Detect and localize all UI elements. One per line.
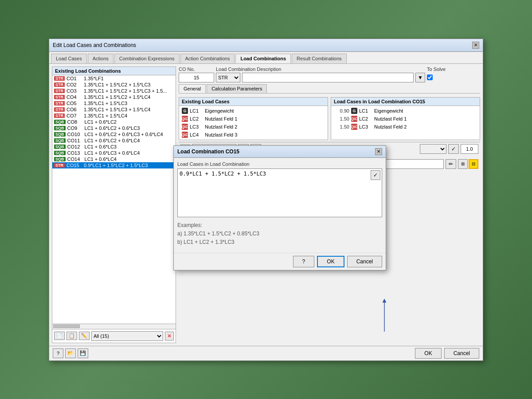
existing-lc-list[interactable]: G LC1 Eigengewicht QiC LC2 Nutzlast Feld… — [179, 106, 328, 140]
to-solve-checkbox-area — [427, 73, 480, 82]
combo-lc-row[interactable]: 1.50 QiC LC2 Nutzlast Feld 1 — [332, 115, 479, 123]
list-item[interactable]: STR CO7 1.35*LC1 + 1.5*LC4 — [52, 113, 176, 119]
save-tool-btn[interactable]: 💾 — [78, 348, 88, 358]
row-id: CO1 — [66, 76, 82, 81]
list-item[interactable]: SQB CO12 LC1 + 0.6*LC3 — [52, 144, 176, 150]
combo-lc-row[interactable]: 0.90 G LC1 Eigengewicht — [332, 107, 479, 115]
tab-load-combinations[interactable]: Load Combinations — [235, 54, 291, 63]
co-no-input[interactable] — [179, 73, 214, 82]
overlay-textarea-container: 0.9*LC1 + 1.5*LC2 + 1.5*LC3 ✓ — [177, 168, 382, 219]
combo-check-btn[interactable]: ✓ — [448, 144, 459, 154]
existing-lc-panel: Existing Load Cases G LC1 Eigengewicht Q… — [179, 97, 328, 140]
left-panel-list[interactable]: STR CO1 1.35*LF1 STR CO2 1.35*LC1 + 1.5*… — [52, 75, 176, 324]
list-item[interactable]: STR CO2 1.35*LC1 + 1.5*LC2 + 1.5*LC3 — [52, 82, 176, 88]
rename-button[interactable]: ✏️ — [79, 332, 90, 340]
tag-badge: STR — [54, 163, 65, 168]
combo-lc-row[interactable]: 1.50 QiC LC3 Nutzlast Feld 2 — [332, 123, 479, 131]
tab-combination-expressions[interactable]: Combination Expressions — [114, 54, 180, 63]
lc-in-combo-list[interactable]: 0.90 G LC1 Eigengewicht 1.50 QiC LC2 Nut… — [331, 106, 480, 132]
left-panel-footer: 📄 📋 ✏️ All (15)ActiveInactive ✕ — [52, 329, 176, 343]
new-button[interactable]: 📄 — [54, 332, 65, 340]
filter-select[interactable]: All (15)ActiveInactive — [91, 331, 163, 341]
existing-lc-row[interactable]: G LC1 Eigengewicht — [180, 107, 327, 115]
icon-btn-highlighted[interactable]: ⊟ — [469, 159, 478, 169]
existing-lc-row[interactable]: QiC LC4 Nutzlast Feld 3 — [180, 131, 327, 139]
inner-tab-general[interactable]: General — [179, 84, 206, 93]
list-item[interactable]: SQB CO14 LC1 + 0.6*LC4 — [52, 156, 176, 162]
lc-id: LC1 — [359, 108, 372, 113]
tag-badge: SQB — [54, 145, 66, 149]
scrollbar-horizontal[interactable] — [52, 324, 176, 329]
list-item[interactable]: STR CO1 1.35*LF1 — [52, 75, 176, 82]
overlay-ok-btn[interactable]: OK — [317, 256, 344, 267]
overlay-close-btn[interactable]: ✕ — [375, 148, 382, 155]
delete-button[interactable]: ✕ — [165, 332, 174, 340]
list-item[interactable]: SQB CO11 LC1 + 0.6*LC2 + 0.6*LC4 — [52, 137, 176, 144]
inner-tab-calc-params[interactable]: Calculation Parameters — [207, 84, 267, 93]
row-id: CO10 — [67, 132, 83, 137]
row-id: CO15 — [66, 163, 82, 168]
desc-dropdown-btn[interactable]: ▼ — [415, 73, 425, 82]
row-id: CO6 — [66, 107, 82, 112]
overlay-titlebar: Load Combination CO15 ✕ — [174, 146, 386, 158]
example-label: Examples: — [177, 221, 382, 230]
lc-name: Nutzlast Feld 1 — [374, 116, 407, 121]
row-formula: LC1 + 0.6*LC2 + 0.6*LC4 — [85, 138, 174, 143]
list-item[interactable]: STR CO6 1.35*LC1 + 1.5*LC3 + 1.5*LC4 — [52, 106, 176, 113]
overlay-formula-textarea[interactable]: 0.9*LC1 + 1.5*LC2 + 1.5*LC3 — [177, 168, 382, 217]
comment-edit-btn[interactable]: ✏ — [446, 159, 456, 169]
existing-lc-row[interactable]: QiC LC3 Nutzlast Feld 2 — [180, 123, 327, 131]
lc-name: Nutzlast Feld 3 — [205, 132, 237, 137]
overlay-title: Load Combination CO15 — [177, 149, 239, 155]
tab-result-combinations[interactable]: Result Combinations — [292, 54, 347, 63]
help-tool-btn[interactable]: ? — [53, 348, 63, 358]
lc-id: LC2 — [359, 116, 372, 121]
tab-actions[interactable]: Actions — [88, 54, 113, 63]
tag-badge: STR — [54, 101, 65, 106]
row-formula: 1.35*LC1 + 1.5*LC3 — [84, 101, 174, 106]
row-id: CO7 — [66, 113, 82, 118]
lc-name: Nutzlast Feld 2 — [374, 124, 407, 129]
list-item[interactable]: STR CO5 1.35*LC1 + 1.5*LC3 — [52, 100, 176, 106]
inner-tabs: General Calculation Parameters — [179, 84, 480, 94]
row-id: CO9 — [67, 125, 83, 131]
co-no-label: CO No. — [179, 66, 214, 72]
overlay-checkmark-btn[interactable]: ✓ — [371, 170, 380, 180]
to-solve-checkbox[interactable] — [427, 74, 433, 80]
open-tool-btn[interactable]: 📂 — [65, 348, 76, 358]
tag-badge: STR — [54, 113, 65, 118]
type-select[interactable]: STR SQB EQU — [216, 73, 240, 82]
list-item[interactable]: SQB CO9 LC1 + 0.6*LC2 + 0.6*LC3 — [52, 125, 176, 131]
desc-input[interactable] — [242, 73, 414, 82]
overlay-cancel-btn[interactable]: Cancel — [347, 256, 382, 267]
tabs-bar: Load Cases Actions Combination Expressio… — [49, 52, 483, 64]
row-id: CO2 — [66, 82, 82, 87]
combo-type-select[interactable] — [420, 144, 446, 154]
tag-badge: STR — [54, 107, 65, 112]
row-formula: LC1 + 0.6*LC3 — [85, 144, 174, 149]
cancel-button[interactable]: Cancel — [444, 348, 479, 359]
list-item[interactable]: STR CO15 0.9*LC1 + 1.5*LC2 + 1.5*LC3 — [52, 162, 176, 168]
list-item[interactable]: SQB CO13 LC1 + 0.6*LC3 + 0.6*LC4 — [52, 150, 176, 156]
factor-input[interactable] — [461, 144, 478, 154]
tab-action-combinations[interactable]: Action Combinations — [180, 54, 235, 63]
ok-button[interactable]: OK — [415, 348, 441, 359]
lc-tag: QiC — [182, 132, 188, 138]
overlay-help-btn[interactable]: ? — [293, 256, 315, 267]
to-solve-group: To Solve — [427, 66, 480, 82]
overlay-field-label: Load Cases in Load Combination — [177, 161, 382, 167]
row-formula: 1.35*LC1 + 1.5*LC2 + 1.5*LC4 — [84, 94, 174, 100]
list-item[interactable]: STR CO3 1.35*LC1 + 1.5*LC2 + 1.5*LC3 + 1… — [52, 88, 176, 94]
copy-button[interactable]: 📋 — [66, 332, 77, 340]
tab-load-cases[interactable]: Load Cases — [51, 54, 87, 63]
icon-btn-1[interactable]: ⊞ — [458, 159, 468, 169]
lc-in-combo-header: Load Cases in Load Combination CO15 — [331, 98, 480, 106]
list-item[interactable]: STR CO4 1.35*LC1 + 1.5*LC2 + 1.5*LC4 — [52, 94, 176, 100]
close-button[interactable]: ✕ — [472, 42, 479, 49]
lc-id: LC1 — [190, 108, 203, 113]
existing-lc-row[interactable]: QiC LC2 Nutzlast Feld 1 — [180, 115, 327, 123]
right-top-fields: CO No. Load Combination Description STR … — [179, 66, 480, 82]
list-item[interactable]: SQB CO8 LC1 + 0.6*LC2 — [52, 119, 176, 125]
list-item[interactable]: SQB CO10 LC1 + 0.6*LC2 + 0.6*LC3 + 0.6*L… — [52, 131, 176, 137]
left-panel-header: Existing Load Combinations — [52, 67, 176, 75]
